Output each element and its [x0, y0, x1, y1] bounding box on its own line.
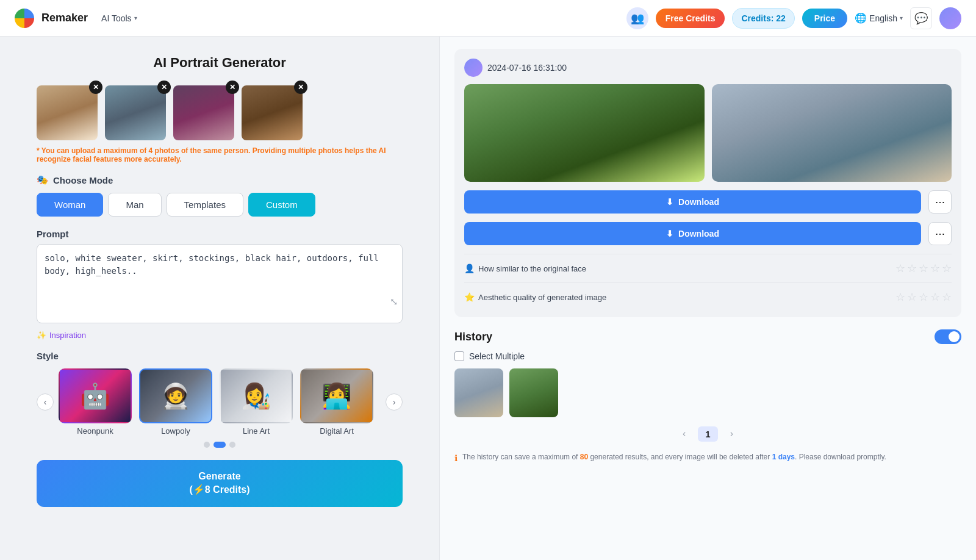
lineart-figure: 👩‍🎨: [241, 382, 271, 411]
result-time: 2024-07-16 16:31:00: [487, 63, 567, 73]
style-card-lowpoly[interactable]: 🧑‍🚀 Lowpoly: [139, 368, 212, 436]
download-label-1: Download: [678, 197, 719, 207]
generate-label: Generate: [198, 471, 240, 481]
share-button-1[interactable]: ⋯: [928, 190, 952, 214]
style-card-lowpoly-img: 🧑‍🚀: [139, 368, 212, 423]
digitalart-figure: 👩‍💻: [321, 382, 352, 411]
select-multiple-row: Select Multiple: [454, 351, 961, 361]
mode-label-text: Choose Mode: [53, 175, 113, 185]
neonpunk-figure: 🤖: [80, 382, 110, 411]
uploaded-image-2: [105, 85, 166, 140]
rating-text-2: Aesthetic quality of generated image: [478, 293, 606, 302]
result-timestamp: 2024-07-16 16:31:00: [464, 59, 952, 77]
star-1-5[interactable]: ☆: [942, 262, 952, 275]
style-next-button[interactable]: ›: [386, 393, 403, 411]
stars-row-1: ☆ ☆ ☆ ☆ ☆: [895, 262, 952, 275]
result-image-1: [464, 84, 705, 182]
uploaded-image-4: [242, 85, 303, 140]
style-card-lineart[interactable]: 👩‍🎨 Line Art: [220, 368, 293, 436]
free-credits-button[interactable]: Free Credits: [656, 9, 725, 28]
remove-image-3-button[interactable]: ✕: [226, 81, 239, 94]
style-prev-button[interactable]: ‹: [37, 393, 54, 411]
inspiration-link[interactable]: ✨ Inspiration: [37, 331, 403, 340]
style-row-wrapper: ‹ 🤖 Neonpunk 🧑‍🚀 Lowpoly: [37, 368, 403, 436]
remove-image-1-button[interactable]: ✕: [89, 81, 102, 94]
chevron-down-icon: ▾: [900, 15, 903, 21]
star-2-1[interactable]: ☆: [895, 290, 905, 304]
select-multiple-checkbox[interactable]: [454, 351, 464, 361]
style-card-digitalart-img: 👩‍💻: [300, 368, 373, 423]
style-dots: [37, 442, 403, 448]
rating-label-2: ⭐ Aesthetic quality of generated image: [464, 292, 606, 302]
style-section: Style ‹ 🤖 Neonpunk 🧑‍🚀 Lowpoly: [37, 351, 403, 448]
history-thumb-1[interactable]: [454, 368, 503, 417]
toggle-slider: [935, 329, 961, 344]
share-icon-2: ⋯: [935, 228, 945, 240]
share-icon-1: ⋯: [935, 196, 945, 208]
group-icon-button[interactable]: 👥: [626, 7, 648, 29]
prompt-textarea[interactable]: solo, white sweater, skirt, stockings, b…: [37, 244, 403, 323]
history-thumb-2[interactable]: [509, 368, 558, 417]
avatar[interactable]: [939, 7, 961, 29]
choose-mode-label: 🎭 Choose Mode: [37, 174, 403, 185]
history-thumbs: [454, 368, 961, 417]
star-2-2[interactable]: ☆: [907, 290, 917, 304]
download-row-2: ⬇ Download ⋯: [464, 222, 952, 245]
history-toggle[interactable]: [935, 329, 961, 344]
history-note-count: 80: [580, 453, 588, 461]
star-1-3[interactable]: ☆: [919, 262, 928, 275]
history-note: ℹ The history can save a maximum of 80 g…: [454, 451, 961, 465]
notification-button[interactable]: 💬: [910, 7, 932, 29]
style-dot-2: [214, 442, 226, 448]
download-button-2[interactable]: ⬇ Download: [464, 222, 921, 245]
star-2-4[interactable]: ☆: [930, 290, 940, 304]
select-multiple-label: Select Multiple: [469, 351, 525, 361]
info-icon: ℹ: [454, 452, 458, 465]
next-page-button[interactable]: ›: [725, 426, 738, 442]
download-button-1[interactable]: ⬇ Download: [464, 190, 921, 214]
rating-row-1: 👤 How similar to the original face ☆ ☆ ☆…: [464, 258, 952, 279]
right-panel: 2024-07-16 16:31:00 ⬇ Download ⋯ ⬇ Downl…: [439, 37, 976, 560]
style-card-lineart-label: Line Art: [220, 426, 293, 436]
star-1-1[interactable]: ☆: [895, 262, 905, 275]
star-2-5[interactable]: ☆: [942, 290, 952, 304]
share-button-2[interactable]: ⋯: [928, 222, 952, 245]
star-1-4[interactable]: ☆: [930, 262, 940, 275]
download-row-1: ⬇ Download ⋯: [464, 190, 952, 214]
upload-row: ✕ ✕ ✕ ✕: [37, 85, 403, 140]
language-button[interactable]: 🌐 English ▾: [855, 12, 903, 24]
inspiration-label: Inspiration: [49, 331, 86, 340]
style-card-digitalart[interactable]: 👩‍💻 Digital Art: [300, 368, 373, 436]
chevron-down-icon: ▾: [134, 15, 137, 21]
price-button[interactable]: Price: [802, 9, 847, 28]
style-card-neonpunk[interactable]: 🤖 Neonpunk: [59, 368, 132, 436]
left-panel: AI Portrait Generator ✕ ✕ ✕ ✕ * You can …: [0, 37, 439, 560]
prev-page-button[interactable]: ‹: [678, 426, 691, 442]
mode-templates-button[interactable]: Templates: [167, 193, 243, 217]
style-cards: 🤖 Neonpunk 🧑‍🚀 Lowpoly 👩‍🎨: [59, 368, 381, 436]
remove-image-2-button[interactable]: ✕: [157, 81, 171, 94]
sparkle-icon: ✨: [37, 331, 46, 340]
star-1-2[interactable]: ☆: [907, 262, 917, 275]
mode-man-button[interactable]: Man: [108, 193, 161, 217]
generate-button[interactable]: Generate (⚡8 Credits): [37, 460, 403, 507]
style-dot-3: [229, 442, 235, 448]
rating-label-1: 👤 How similar to the original face: [464, 264, 586, 273]
star-quality-icon: ⭐: [464, 292, 475, 302]
header-right: 👥 Free Credits Credits: 22 Price 🌐 Engli…: [626, 7, 961, 29]
main-layout: AI Portrait Generator ✕ ✕ ✕ ✕ * You can …: [0, 37, 976, 560]
style-card-digitalart-label: Digital Art: [300, 426, 373, 436]
mode-custom-button[interactable]: Custom: [248, 193, 315, 217]
ai-tools-button[interactable]: AI Tools ▾: [95, 10, 143, 27]
result-avatar: [464, 59, 483, 77]
remove-image-4-button[interactable]: ✕: [294, 81, 307, 94]
mode-woman-button[interactable]: Woman: [37, 193, 103, 217]
star-2-3[interactable]: ☆: [919, 290, 928, 304]
upload-thumb-2: ✕: [105, 85, 166, 140]
result-image-2: [712, 84, 952, 182]
download-icon-1: ⬇: [666, 197, 673, 207]
ai-tools-label: AI Tools: [101, 13, 132, 23]
credits-badge: Credits: 22: [732, 8, 794, 29]
upload-thumb-3: ✕: [173, 85, 234, 140]
history-note-days: 1 days: [772, 453, 795, 461]
